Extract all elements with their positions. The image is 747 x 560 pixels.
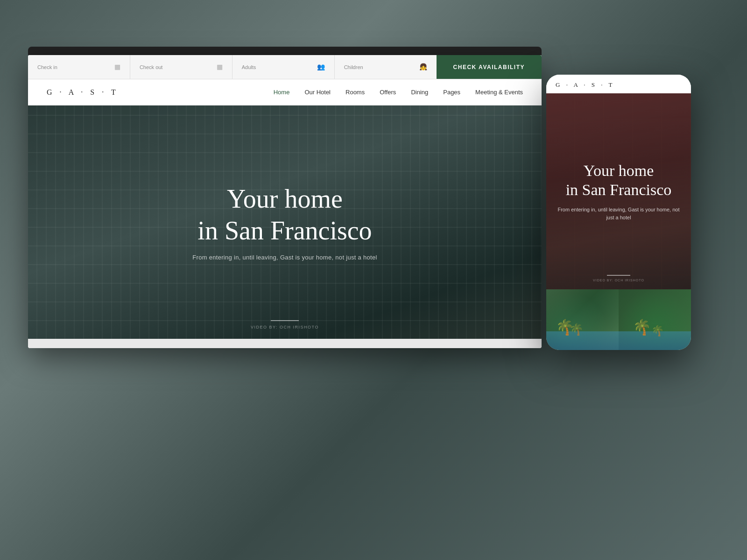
- laptop-screen: Check in ▦ Check out ▦ Adults 👥 Children…: [28, 55, 542, 348]
- nav-meeting-events[interactable]: Meeting & Events: [475, 89, 523, 96]
- booking-bar: Check in ▦ Check out ▦ Adults 👥 Children…: [28, 55, 542, 79]
- mobile-brand-logo: G · A · S · T: [556, 81, 615, 89]
- laptop-top-bar: [28, 47, 542, 55]
- hero-footer: VIDEO BY: OCH IRISHOTO: [251, 320, 319, 329]
- check-in-field[interactable]: Check in ▦: [28, 55, 130, 79]
- check-in-label: Check in: [37, 64, 57, 70]
- mobile-hero-title: Your home in San Francisco: [556, 161, 682, 200]
- mobile-progress-bar: [607, 275, 630, 276]
- mobile-mockup: G · A · S · T Your home in San Francisco…: [546, 75, 691, 350]
- nav-pages[interactable]: Pages: [443, 89, 460, 96]
- pool-image-left: 🌴 🌴: [546, 289, 619, 350]
- children-field[interactable]: Children 👧: [335, 55, 437, 79]
- hero-progress-bar: [271, 320, 299, 321]
- nav-home[interactable]: Home: [274, 89, 290, 96]
- adults-icon: 👥: [317, 63, 325, 71]
- laptop-bottom-bar: [28, 339, 542, 348]
- adults-label: Adults: [242, 64, 256, 70]
- nav-rooms[interactable]: Rooms: [345, 89, 365, 96]
- hero-content: Your home in San Francisco From entering…: [192, 183, 377, 260]
- mobile-hero-content: Your home in San Francisco From entering…: [546, 161, 691, 222]
- mobile-credit: VIDEO BY: OCH IRISHOTO: [593, 279, 644, 282]
- mobile-hero-subtitle: From entering in, until leaving, Gast is…: [556, 206, 682, 221]
- calendar-icon-2: ▦: [217, 63, 223, 71]
- pool-image-right: 🌴 🌴: [619, 289, 691, 350]
- children-label: Children: [344, 64, 363, 70]
- check-availability-button[interactable]: CHECK AVAILABILITY: [437, 55, 542, 79]
- mobile-hero-section: Your home in San Francisco From entering…: [546, 93, 691, 289]
- hero-section: Your home in San Francisco From entering…: [28, 105, 542, 339]
- check-out-field[interactable]: Check out ▦: [130, 55, 233, 79]
- nav-our-hotel[interactable]: Our Hotel: [304, 89, 331, 96]
- hero-title-line2: in San Francisco: [197, 216, 372, 245]
- laptop-mockup: Check in ▦ Check out ▦ Adults 👥 Children…: [28, 47, 542, 348]
- children-icon: 👧: [419, 63, 427, 71]
- nav-dining[interactable]: Dining: [411, 89, 428, 96]
- hero-title: Your home in San Francisco: [192, 183, 377, 246]
- mobile-pool-section: 🌴 🌴 🌴 🌴: [546, 289, 691, 350]
- nav-links: Home Our Hotel Rooms Offers Dining Pages…: [274, 89, 523, 96]
- mobile-hero-title-line1: Your home: [584, 162, 654, 179]
- adults-field[interactable]: Adults 👥: [233, 55, 335, 79]
- hero-credit: VIDEO BY: OCH IRISHOTO: [251, 325, 319, 329]
- check-out-label: Check out: [140, 64, 163, 70]
- hero-subtitle: From entering in, until leaving, Gast is…: [192, 254, 377, 261]
- nav-offers[interactable]: Offers: [380, 89, 396, 96]
- hero-title-line1: Your home: [227, 184, 343, 213]
- mobile-hero-title-line2: in San Francisco: [566, 181, 672, 198]
- calendar-icon: ▦: [114, 63, 120, 71]
- brand-logo: G · A · S · T: [47, 88, 119, 97]
- mobile-navbar: G · A · S · T: [546, 75, 691, 93]
- navbar: G · A · S · T Home Our Hotel Rooms Offer…: [28, 79, 542, 105]
- mobile-hero-footer: VIDEO BY: OCH IRISHOTO: [546, 275, 691, 282]
